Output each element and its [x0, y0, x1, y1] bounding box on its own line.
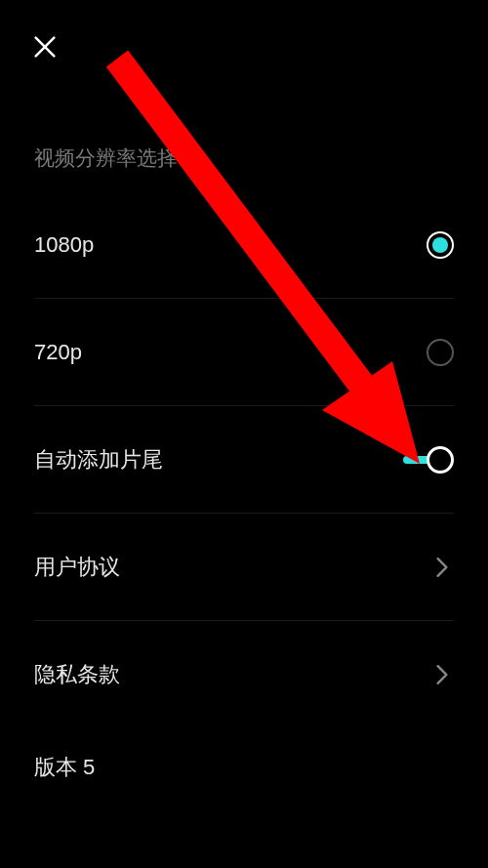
section-title: 视频分辨率选择	[0, 98, 488, 191]
resolution-option-720p[interactable]: 720p	[34, 299, 454, 406]
setting-label: 隐私条款	[34, 660, 120, 689]
chevron-right-icon	[430, 663, 454, 686]
user-agreement-row[interactable]: 用户协议	[34, 514, 454, 621]
close-button[interactable]	[27, 31, 62, 66]
setting-label: 自动添加片尾	[34, 445, 163, 475]
setting-label: 用户协议	[34, 553, 120, 582]
version-row: 版本 5	[34, 728, 454, 777]
setting-label: 版本 5	[34, 753, 95, 782]
option-label: 720p	[34, 340, 82, 365]
toggle-thumb	[427, 446, 454, 474]
radio-selected-icon	[427, 231, 454, 259]
privacy-row[interactable]: 隐私条款	[34, 621, 454, 728]
auto-tail-row: 自动添加片尾	[34, 406, 454, 514]
option-label: 1080p	[34, 232, 94, 258]
chevron-right-icon	[430, 556, 454, 579]
auto-tail-toggle[interactable]	[403, 446, 454, 474]
resolution-option-1080p[interactable]: 1080p	[34, 191, 454, 299]
close-icon	[31, 33, 59, 64]
radio-unselected-icon	[427, 339, 454, 366]
